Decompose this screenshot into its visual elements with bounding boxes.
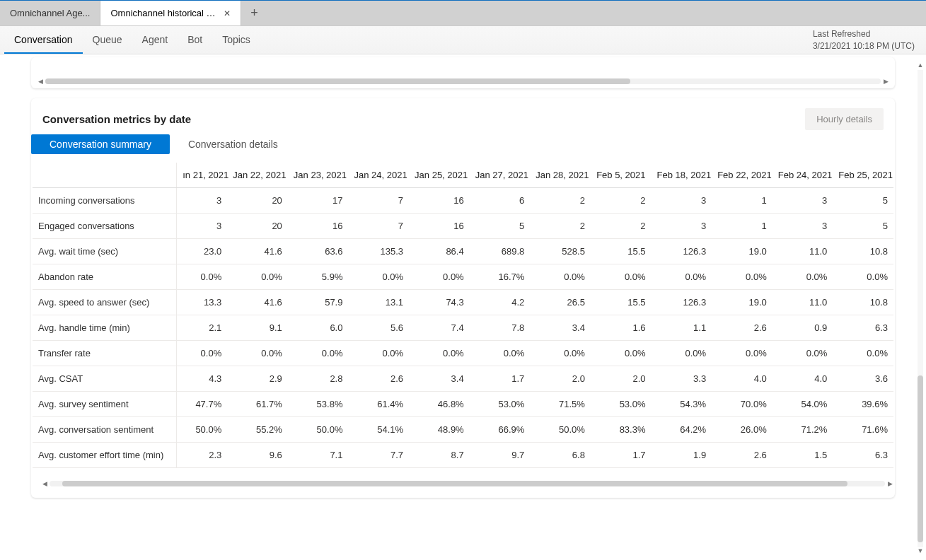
metric-value: 0.0% xyxy=(227,341,288,366)
metric-label: Transfer rate xyxy=(33,341,177,366)
table-body: Incoming conversations320177166223135Eng… xyxy=(33,188,893,468)
metric-value: 3 xyxy=(652,188,712,214)
table-row: Engaged conversations320167165223135 xyxy=(33,214,893,239)
metric-label: Avg. speed to answer (sec) xyxy=(33,290,177,315)
scroll-right-icon[interactable]: ▶ xyxy=(885,479,895,488)
app-tab-inactive[interactable]: Omnichannel Age... xyxy=(0,1,100,25)
scroll-left-icon[interactable]: ◀ xyxy=(40,479,50,488)
nav-tab-conversation[interactable]: Conversation xyxy=(4,26,83,54)
metric-value: 57.9 xyxy=(288,290,349,315)
metric-label-header xyxy=(33,163,177,188)
add-tab-button[interactable]: + xyxy=(241,1,267,25)
table-row: Avg. wait time (sec)23.041.663.6135.386.… xyxy=(33,239,893,264)
metric-value: 2.9 xyxy=(227,366,288,392)
metric-value: 17 xyxy=(288,188,349,214)
metric-value: 1 xyxy=(712,188,772,214)
table-row: Avg. speed to answer (sec)13.341.657.913… xyxy=(33,290,893,315)
metric-value: 8.7 xyxy=(409,443,470,468)
metric-value: 3.3 xyxy=(652,366,712,392)
metrics-table: ın 21, 2021Jan 22, 2021Jan 23, 2021Jan 2… xyxy=(33,163,893,468)
metric-value: 0.0% xyxy=(652,341,712,366)
scroll-right-icon[interactable]: ▶ xyxy=(881,77,891,86)
metric-value: 10.8 xyxy=(833,290,893,315)
column-header: Feb 25, 2021 xyxy=(833,163,893,188)
metric-value: 126.3 xyxy=(652,239,712,264)
card-tab-conversation-summary[interactable]: Conversation summary xyxy=(31,134,170,154)
metric-value: 126.3 xyxy=(652,290,712,315)
metric-label: Avg. handle time (min) xyxy=(33,315,177,341)
metric-value: 0.0% xyxy=(772,341,833,366)
scroll-track[interactable] xyxy=(45,78,881,84)
metric-value: 4.3 xyxy=(177,366,228,392)
metric-value: 3.4 xyxy=(409,366,470,392)
last-refreshed-value: 3/21/2021 10:18 PM (UTC) xyxy=(813,40,915,52)
metric-value: 23.0 xyxy=(177,239,228,264)
metric-value: 19.0 xyxy=(712,239,772,264)
hourly-details-button[interactable]: Hourly details xyxy=(805,108,884,130)
metric-value: 2.3 xyxy=(177,443,228,468)
nav-tab-queue[interactable]: Queue xyxy=(83,26,132,54)
metric-value: 53.0% xyxy=(591,392,652,417)
metric-value: 83.3% xyxy=(591,417,652,443)
nav-tab-bot[interactable]: Bot xyxy=(178,26,212,54)
app-tab-label: Omnichannel historical an... xyxy=(110,8,216,18)
metric-value: 0.0% xyxy=(348,264,409,290)
metric-value: 74.3 xyxy=(409,290,470,315)
vertical-scrollbar[interactable]: ▲ ▼ xyxy=(916,62,925,556)
nav-tab-agent[interactable]: Agent xyxy=(132,26,178,54)
metric-label: Abandon rate xyxy=(33,264,177,290)
nav-tab-topics[interactable]: Topics xyxy=(212,26,260,54)
scroll-thumb[interactable] xyxy=(45,78,630,84)
metric-value: 2.6 xyxy=(712,315,772,341)
app-tab-active[interactable]: Omnichannel historical an... ✕ xyxy=(100,1,241,25)
metric-value: 54.3% xyxy=(652,392,712,417)
metric-value: 1.1 xyxy=(652,315,712,341)
metric-value: 3 xyxy=(177,214,228,239)
scroll-down-icon[interactable]: ▼ xyxy=(918,547,924,556)
metrics-card: Conversation metrics by date Hourly deta… xyxy=(31,98,895,498)
metric-value: 50.0% xyxy=(530,417,591,443)
metrics-table-wrap: ın 21, 2021Jan 22, 2021Jan 23, 2021Jan 2… xyxy=(31,158,895,468)
metric-value: 9.7 xyxy=(470,443,531,468)
horizontal-scrollbar[interactable]: ◀ ▶ xyxy=(35,77,891,86)
summary-chart-card: ◀ ▶ xyxy=(31,57,895,88)
metric-label: Incoming conversations xyxy=(33,188,177,214)
table-row: Incoming conversations320177166223135 xyxy=(33,188,893,214)
content-area: ◀ ▶ Conversation metrics by date Hourly … xyxy=(0,54,926,560)
metric-value: 2.6 xyxy=(712,443,772,468)
metric-value: 9.1 xyxy=(227,315,288,341)
scroll-track[interactable] xyxy=(918,70,923,547)
metric-value: 0.0% xyxy=(530,341,591,366)
metric-value: 50.0% xyxy=(177,417,228,443)
card-tab-conversation-details[interactable]: Conversation details xyxy=(170,134,296,154)
close-icon[interactable]: ✕ xyxy=(224,8,231,18)
scroll-left-icon[interactable]: ◀ xyxy=(35,77,45,86)
metric-value: 9.6 xyxy=(227,443,288,468)
app-tabstrip: Omnichannel Age... Omnichannel historica… xyxy=(0,1,926,26)
scroll-up-icon[interactable]: ▲ xyxy=(918,62,924,70)
scroll-thumb[interactable] xyxy=(62,481,847,486)
scroll-thumb[interactable] xyxy=(918,375,923,542)
metric-value: 3.6 xyxy=(833,366,893,392)
metric-value: 71.2% xyxy=(772,417,833,443)
metric-value: 0.0% xyxy=(591,341,652,366)
table-horizontal-scrollbar[interactable]: ◀ ▶ xyxy=(40,479,895,488)
metric-value: 63.6 xyxy=(288,239,349,264)
metric-value: 70.0% xyxy=(712,392,772,417)
metric-value: 13.3 xyxy=(177,290,228,315)
metric-value: 3 xyxy=(772,188,833,214)
scroll-track[interactable] xyxy=(50,481,885,486)
metric-value: 0.0% xyxy=(288,341,349,366)
metric-value: 135.3 xyxy=(348,239,409,264)
metric-value: 16 xyxy=(409,214,470,239)
metric-value: 0.9 xyxy=(772,315,833,341)
metric-label: Avg. conversation sentiment xyxy=(33,417,177,443)
metric-value: 53.0% xyxy=(470,392,531,417)
metric-value: 54.1% xyxy=(348,417,409,443)
metric-value: 48.9% xyxy=(409,417,470,443)
metric-value: 16.7% xyxy=(470,264,531,290)
metric-value: 2 xyxy=(530,214,591,239)
card-tabs: Conversation summaryConversation details xyxy=(31,134,895,158)
metric-value: 0.0% xyxy=(409,341,470,366)
metric-value: 2.6 xyxy=(348,366,409,392)
